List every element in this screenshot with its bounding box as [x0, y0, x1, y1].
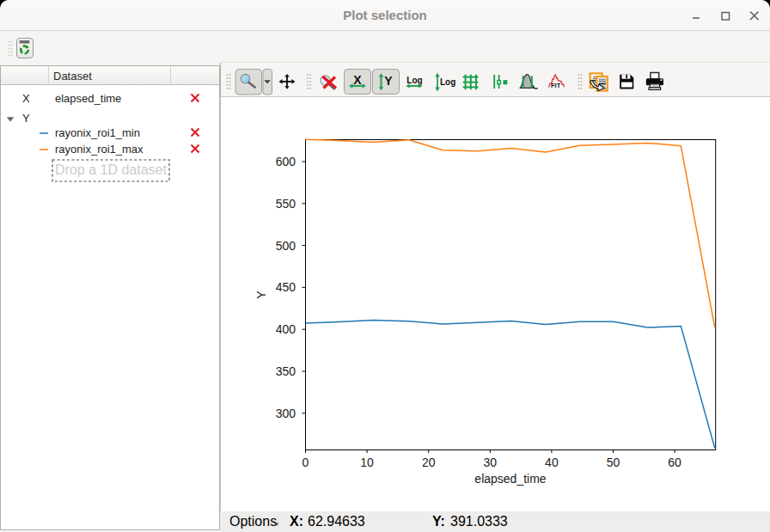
svg-text:450: 450 — [276, 280, 296, 294]
svg-text:550: 550 — [276, 197, 296, 211]
svg-text:30: 30 — [484, 456, 498, 469]
svg-text:300: 300 — [276, 407, 296, 420]
svg-text:60: 60 — [668, 456, 681, 469]
svg-text:Log: Log — [406, 76, 422, 85]
svg-text:elapsed_time: elapsed_time — [474, 472, 546, 486]
svg-text:Y: Y — [384, 74, 393, 88]
svg-text:50: 50 — [607, 456, 620, 469]
svg-text:600: 600 — [276, 155, 296, 168]
svg-text:40: 40 — [545, 456, 559, 469]
svg-text:FIT: FIT — [551, 82, 561, 89]
svg-text:350: 350 — [276, 364, 296, 378]
svg-text:10: 10 — [360, 456, 374, 469]
svg-text:X: X — [353, 73, 362, 87]
svg-text:0: 0 — [302, 456, 309, 469]
svg-text:Y: Y — [254, 290, 268, 299]
svg-text:Log: Log — [440, 77, 455, 87]
svg-text:500: 500 — [276, 239, 296, 253]
svg-text:20: 20 — [422, 456, 436, 469]
svg-text:400: 400 — [276, 322, 296, 336]
